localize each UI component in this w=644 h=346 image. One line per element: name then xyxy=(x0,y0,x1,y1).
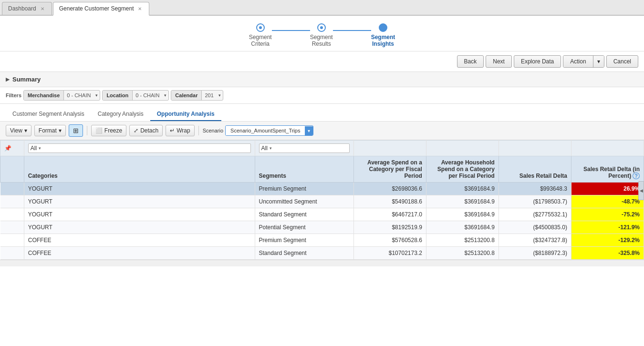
question-icon: ? xyxy=(633,173,640,179)
format-button[interactable]: Format ▾ xyxy=(34,125,66,136)
data-table-wrap: 📌 All ▾ All ▾ xyxy=(0,140,644,260)
filter-bar: Filters Merchandise 0 - CHAIN ▾ Location… xyxy=(0,87,644,104)
grid-icon: ⊞ xyxy=(73,127,79,134)
sub-tab-opportunity[interactable]: Opportunity Analysis xyxy=(150,108,221,121)
step-criteria-circle xyxy=(256,23,265,32)
header-categories[interactable]: Categories xyxy=(24,156,255,183)
calendar-arrow: ▾ xyxy=(217,91,223,100)
header-sales-delta[interactable]: Sales Retail Delta xyxy=(499,156,571,183)
table-row: YOGURT Standard Segment $6467217.0 $3691… xyxy=(0,208,644,221)
row-category-5: COFFEE xyxy=(24,247,255,260)
wizard-step-criteria[interactable]: Segment Criteria xyxy=(249,23,272,47)
summary-toggle-icon[interactable]: ▶ xyxy=(6,76,10,82)
row-avg-spend-3: $8192519.9 xyxy=(353,221,426,234)
tab-dashboard[interactable]: Dashboard ✕ xyxy=(2,2,52,15)
location-value: 0 - CHAIN xyxy=(133,91,162,100)
row-index-2 xyxy=(0,208,24,221)
filters-label: Filters xyxy=(6,92,21,98)
header-avg-spend[interactable]: Average Spend on a Category per Fiscal P… xyxy=(353,156,426,183)
step-insights-label: Segment Insights xyxy=(371,34,395,47)
row-sales-delta-4: ($3247327.8) xyxy=(499,234,571,247)
data-table-container: 📌 All ▾ All ▾ xyxy=(0,140,644,266)
merchandise-filter[interactable]: Merchandise 0 - CHAIN ▾ xyxy=(23,90,100,101)
next-button[interactable]: Next xyxy=(486,55,512,68)
location-label: Location xyxy=(103,91,133,100)
tab-dashboard-close[interactable]: ✕ xyxy=(39,6,46,12)
row-category-0: YOGURT xyxy=(24,183,255,195)
sub-tab-customer[interactable]: Customer Segment Analysis xyxy=(6,108,91,121)
row-segment-0: Premium Segment xyxy=(255,183,353,195)
row-avg-hh-spend-2: $3691684.9 xyxy=(426,208,499,221)
row-delta-pct-3: -121.9% xyxy=(571,221,644,234)
row-avg-hh-spend-4: $2513200.8 xyxy=(426,234,499,247)
scenario-select: Scenario Scenario_AmountSpent_Trips ▾ xyxy=(203,125,314,136)
row-avg-spend-1: $5490188.6 xyxy=(353,195,426,208)
calendar-filter[interactable]: Calendar 201 ▾ xyxy=(171,90,223,101)
sub-tab-category[interactable]: Category Analysis xyxy=(91,108,150,121)
row-category-1: YOGURT xyxy=(24,195,255,208)
header-avg-hh-spend[interactable]: Average Household Spend on a Category pe… xyxy=(426,156,499,183)
header-segments[interactable]: Segments xyxy=(255,156,353,183)
table-toolbar: View ▾ Format ▾ ⊞ ⬜ Freeze ⤢ Detach ↵ Wr… xyxy=(0,122,644,140)
tab-generate[interactable]: Generate Customer Segment ✕ xyxy=(53,2,150,16)
wizard-step-results[interactable]: Segment Results xyxy=(310,23,333,47)
format-dropdown-icon: ▾ xyxy=(59,127,62,134)
wrap-button[interactable]: ↵ Wrap xyxy=(166,125,194,136)
row-avg-hh-spend-5: $2513200.8 xyxy=(426,247,499,260)
row-avg-spend-4: $5760528.6 xyxy=(353,234,426,247)
row-category-3: YOGURT xyxy=(24,221,255,234)
location-arrow: ▾ xyxy=(162,91,168,100)
sep-2 xyxy=(198,126,199,135)
calendar-value: 201 xyxy=(202,91,216,100)
row-sales-delta-5: ($8188972.3) xyxy=(499,247,571,260)
row-avg-hh-spend-3: $3691684.9 xyxy=(426,221,499,234)
summary-section: ▶ Summary xyxy=(0,72,644,87)
row-avg-hh-spend-1: $3691684.9 xyxy=(426,195,499,208)
row-delta-pct-2: -75.2% xyxy=(571,208,644,221)
cancel-button[interactable]: Cancel xyxy=(606,55,638,68)
filter-pin-cell: 📌 xyxy=(0,141,24,156)
back-button[interactable]: Back xyxy=(457,55,484,68)
grid-view-button[interactable]: ⊞ xyxy=(69,124,83,137)
view-button[interactable]: View ▾ xyxy=(6,125,31,136)
filter-categories-cell[interactable]: All ▾ xyxy=(24,141,255,156)
location-filter[interactable]: Location 0 - CHAIN ▾ xyxy=(102,90,169,101)
scenario-dropdown[interactable]: Scenario_AmountSpent_Trips ▾ xyxy=(225,125,313,136)
calendar-label: Calendar xyxy=(171,91,202,100)
detach-button[interactable]: ⤢ Detach xyxy=(129,125,163,136)
freeze-button[interactable]: ⬜ Freeze xyxy=(91,125,126,136)
row-delta-pct-4: -129.2% xyxy=(571,234,644,247)
header-delta-pct[interactable]: Sales Retail Delta (in Percent) ? xyxy=(571,156,644,183)
row-sales-delta-1: ($1798503.7) xyxy=(499,195,571,208)
table-row: YOGURT Premium Segment $2698036.6 $36916… xyxy=(0,183,644,195)
freeze-icon: ⬜ xyxy=(95,127,103,134)
row-segment-2: Standard Segment xyxy=(255,208,353,221)
filter-all2-arrow: ▾ xyxy=(270,146,272,151)
step-insights-circle xyxy=(379,23,387,32)
row-index-3 xyxy=(0,221,24,234)
row-index-5 xyxy=(0,247,24,260)
row-segment-5: Standard Segment xyxy=(255,247,353,260)
right-collapse-handle[interactable]: ◀ xyxy=(638,181,644,200)
action-dropdown-arrow[interactable]: ▾ xyxy=(593,56,604,67)
header-row: Categories Segments Average Spend on a C… xyxy=(0,156,644,183)
tab-generate-close[interactable]: ✕ xyxy=(136,6,143,12)
row-category-2: YOGURT xyxy=(24,208,255,221)
step-results-circle xyxy=(317,23,326,32)
step-criteria-label: Segment Criteria xyxy=(249,34,272,47)
action-button[interactable]: Action xyxy=(563,56,593,67)
tab-generate-label: Generate Customer Segment xyxy=(59,5,134,12)
wizard-step-insights[interactable]: Segment Insights xyxy=(371,23,395,47)
row-index-1 xyxy=(0,195,24,208)
step-results-label: Segment Results xyxy=(310,34,333,47)
sep-1 xyxy=(87,126,87,135)
row-index-4 xyxy=(0,234,24,247)
merchandise-arrow: ▾ xyxy=(93,91,100,100)
horizontal-scrollbar[interactable] xyxy=(0,260,644,266)
explore-data-button[interactable]: Explore Data xyxy=(514,55,561,68)
filter-segments-cell[interactable]: All ▾ xyxy=(255,141,353,156)
pin-icon: 📌 xyxy=(4,145,11,152)
table-row: YOGURT Uncommitted Segment $5490188.6 $3… xyxy=(0,195,644,208)
table-row: COFFEE Premium Segment $5760528.6 $25132… xyxy=(0,234,644,247)
wrap-icon: ↵ xyxy=(170,127,175,134)
